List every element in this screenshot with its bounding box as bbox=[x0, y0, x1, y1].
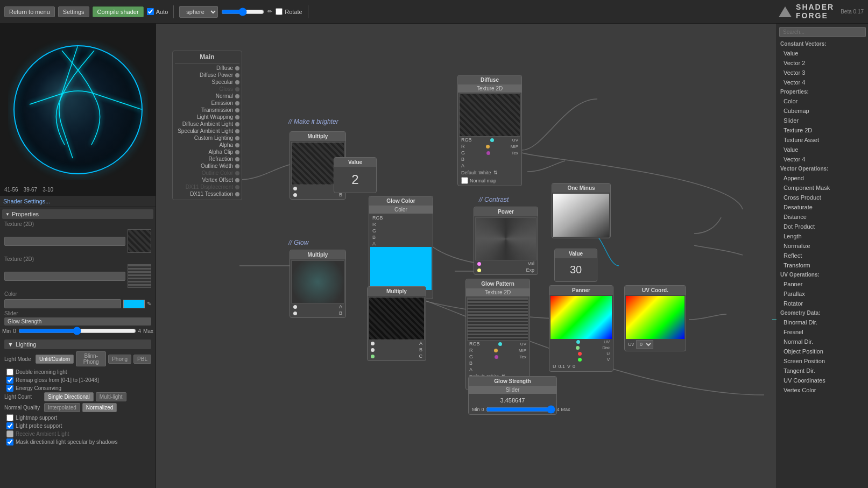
settings-button[interactable]: Settings bbox=[58, 6, 89, 17]
light-probe-check[interactable] bbox=[6, 422, 13, 429]
port-uv[interactable] bbox=[490, 138, 494, 142]
port-gp-uv[interactable] bbox=[498, 342, 502, 346]
multiply3-node[interactable]: Multiply A B C bbox=[367, 286, 426, 361]
rotate-checkbox[interactable]: Rotate bbox=[276, 8, 302, 15]
port-b-dot[interactable] bbox=[293, 193, 297, 197]
texture1-name-input[interactable]: Diffuse bbox=[4, 237, 125, 246]
one-minus-node[interactable]: One Minus bbox=[552, 183, 611, 238]
multi-light-button[interactable]: Multi-light bbox=[96, 392, 126, 401]
port-val-dot[interactable] bbox=[477, 262, 481, 266]
interpolated-button[interactable]: Interpolated bbox=[44, 403, 80, 412]
item-desaturate[interactable]: Desaturate bbox=[777, 202, 868, 212]
port-exp-dot[interactable] bbox=[477, 268, 481, 272]
port-tex[interactable] bbox=[486, 151, 490, 155]
item-texture-asset[interactable]: Texture Asset bbox=[777, 135, 868, 145]
dot-diffuse-ambient[interactable] bbox=[235, 122, 239, 126]
dot-refraction[interactable] bbox=[235, 157, 239, 161]
item-rotator[interactable]: Rotator bbox=[777, 299, 868, 308]
dot-gloss[interactable] bbox=[235, 87, 239, 91]
slider-range[interactable] bbox=[18, 327, 136, 335]
item-distance[interactable]: Distance bbox=[777, 212, 868, 222]
color-edit-icon[interactable]: ✎ bbox=[147, 301, 151, 307]
port-panner-v[interactable] bbox=[578, 358, 582, 362]
item-vertex-color[interactable]: Vertex Color bbox=[777, 385, 868, 395]
normal-map-check[interactable] bbox=[461, 177, 468, 184]
port-panner-dist[interactable] bbox=[576, 346, 580, 350]
shader-settings-link[interactable]: Shader Settings... bbox=[0, 196, 156, 207]
port-gp-tex[interactable] bbox=[495, 355, 498, 359]
dot-diffuse-power[interactable] bbox=[235, 73, 239, 77]
dot-vertex-offset[interactable] bbox=[235, 178, 239, 182]
mode-phong-button[interactable]: Phong bbox=[108, 355, 131, 364]
port-mip[interactable] bbox=[486, 145, 490, 148]
dot-dx11-displacement[interactable] bbox=[235, 185, 239, 189]
glow-strength-node[interactable]: Glow Strength Slider 3.458647 Min 0 4 Ma… bbox=[468, 376, 557, 415]
sphere-select[interactable]: sphere bbox=[179, 6, 218, 18]
item-normalize[interactable]: Normalize bbox=[777, 241, 868, 251]
properties-header[interactable]: ▼ Properties bbox=[2, 209, 153, 219]
dot-alpha[interactable] bbox=[235, 143, 239, 147]
lightmap-check[interactable] bbox=[6, 414, 13, 421]
item-dot-product[interactable]: Dot Product bbox=[777, 222, 868, 231]
dot-dx11-tessellation[interactable] bbox=[235, 192, 239, 196]
lighting-header[interactable]: ▼ Lighting bbox=[4, 340, 151, 349]
dot-light-wrapping[interactable] bbox=[235, 115, 239, 119]
normalized-button[interactable]: Normalized bbox=[82, 403, 117, 412]
port-gp-mip[interactable] bbox=[494, 349, 498, 352]
item-vector3[interactable]: Vector 3 bbox=[777, 68, 868, 77]
return-to-menu-button[interactable]: Return to menu bbox=[4, 6, 55, 17]
color-name-input[interactable]: Glow Color bbox=[4, 299, 121, 308]
sphere-size-slider[interactable] bbox=[221, 8, 264, 16]
port-a3-dot[interactable] bbox=[371, 342, 375, 345]
port-c3-dot[interactable] bbox=[371, 355, 375, 358]
item-uv-coordinates[interactable]: UV Coordinates bbox=[777, 376, 868, 385]
port-a-dot[interactable] bbox=[293, 187, 297, 190]
dot-diffuse[interactable] bbox=[235, 66, 239, 70]
item-object-position[interactable]: Object Position bbox=[777, 346, 868, 356]
dot-alpha-clip[interactable] bbox=[235, 150, 239, 154]
dot-specular-ambient[interactable] bbox=[235, 129, 239, 133]
mode-blinn-button[interactable]: Blinn-Phong bbox=[76, 351, 106, 366]
port-panner-uv[interactable] bbox=[576, 340, 580, 344]
gs-slider[interactable] bbox=[486, 407, 555, 412]
item-cubemap[interactable]: Cubemap bbox=[777, 106, 868, 116]
auto-checkbox[interactable]: Auto bbox=[147, 8, 168, 15]
item-screen-position[interactable]: Screen Position bbox=[777, 356, 868, 366]
glow-color-node[interactable]: Glow Color Color RGB R G B bbox=[369, 196, 433, 299]
item-length[interactable]: Length bbox=[777, 231, 868, 241]
dot-outline-width[interactable] bbox=[235, 164, 239, 168]
item-panner[interactable]: Panner bbox=[777, 279, 868, 289]
remap-gloss-check[interactable] bbox=[6, 377, 13, 384]
mask-dir-check[interactable] bbox=[6, 439, 13, 445]
dot-normal[interactable] bbox=[235, 94, 239, 98]
single-dir-button[interactable]: Single Directional bbox=[44, 392, 94, 401]
item-slider[interactable]: Slider bbox=[777, 116, 868, 125]
texture2-name-input[interactable]: Glow Pattern bbox=[4, 272, 125, 281]
dot-custom-lighting[interactable] bbox=[235, 136, 239, 140]
item-vector4-prop[interactable]: Vector 4 bbox=[777, 154, 868, 164]
dot-specular[interactable] bbox=[235, 80, 239, 84]
item-cross-product[interactable]: Cross Product bbox=[777, 193, 868, 202]
dot-outline-color[interactable] bbox=[235, 171, 239, 175]
double-incoming-check[interactable] bbox=[6, 369, 13, 376]
energy-conserving-check[interactable] bbox=[6, 385, 13, 392]
port-panner-u[interactable] bbox=[578, 352, 582, 356]
item-append[interactable]: Append bbox=[777, 173, 868, 183]
power-node[interactable]: Power Val Exp bbox=[474, 207, 538, 275]
item-parallax[interactable]: Parallax bbox=[777, 289, 868, 299]
item-color[interactable]: Color bbox=[777, 96, 868, 106]
item-fresnel[interactable]: Fresnel bbox=[777, 327, 868, 337]
item-tangent-dir[interactable]: Tangent Dir. bbox=[777, 366, 868, 376]
node-editor[interactable]: Main Diffuse Diffuse Power Specular Glos… bbox=[156, 24, 777, 488]
panner-node[interactable]: Panner UV Dist U V bbox=[549, 285, 613, 372]
value30-node[interactable]: Value 30 bbox=[554, 249, 597, 282]
right-search-input[interactable] bbox=[779, 27, 866, 37]
dot-emission[interactable] bbox=[235, 101, 239, 105]
glow-pattern-node[interactable]: Glow Pattern Texture 2D RGB UV R MIP G T… bbox=[465, 279, 530, 390]
uv-select[interactable]: 0 1 bbox=[636, 340, 653, 349]
port-b2-dot[interactable] bbox=[293, 312, 297, 315]
value2-node[interactable]: Value 2 bbox=[334, 157, 377, 193]
diffuse-node[interactable]: Diffuse Texture 2D RGB UV R MIP G Tex B bbox=[457, 75, 522, 186]
item-component-mask[interactable]: Component Mask bbox=[777, 183, 868, 193]
item-value[interactable]: Value bbox=[777, 48, 868, 58]
